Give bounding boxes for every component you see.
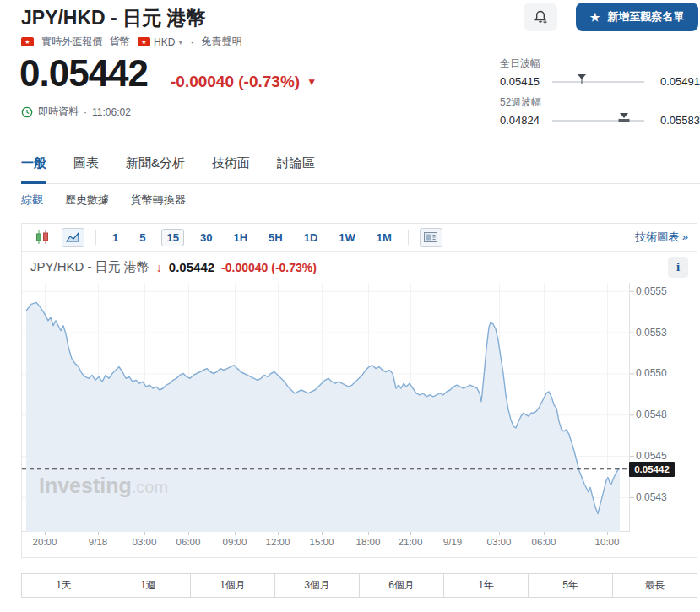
tab-discussion[interactable]: 討論區	[277, 155, 315, 183]
week52-range-marker-bar	[619, 119, 630, 122]
area-chart-icon	[66, 232, 80, 243]
candlestick-icon	[35, 230, 50, 244]
x-axis-label: 06:00	[524, 537, 564, 547]
disclaimer-link[interactable]: 免責聲明	[201, 35, 241, 49]
chart-layout-button[interactable]	[420, 228, 442, 247]
week52-range-label: 52週波幅	[500, 95, 700, 110]
tab-general[interactable]: 一般	[21, 155, 46, 184]
x-axis-label: 9/18	[78, 537, 118, 547]
x-axis-label: 18:00	[348, 537, 388, 547]
current-price-badge: 0.05442	[629, 462, 675, 477]
quote-currency-code: HKD	[154, 36, 175, 48]
x-axis-label: 15:00	[301, 537, 342, 547]
x-axis-label: 20:00	[24, 537, 65, 547]
main-tabs: 一般 圖表 新聞&分析 技術面 討論區	[21, 155, 700, 184]
candlestick-chart-button[interactable]	[30, 228, 53, 247]
chart-header: JPY/HKD - 日元 港幣 ↓ 0.05442 -0.00040 (-0.7…	[22, 252, 697, 283]
interval-1d[interactable]: 1D	[299, 229, 323, 246]
area-chart-button[interactable]	[62, 228, 84, 247]
quote-currency-dropdown[interactable]: ★ HKD ▾	[138, 36, 182, 48]
interval-1w[interactable]: 1W	[334, 229, 361, 246]
day-range-high: 0.05491	[653, 75, 700, 88]
x-axis-label: 09:00	[214, 537, 255, 547]
realtime-label: 即時資料	[38, 105, 79, 119]
instrument-meta-row: ★ 實時外匯報價 貨幣 ★ HKD ▾ · 免責聲明	[21, 35, 241, 49]
range-5y-button[interactable]: 5年	[528, 574, 612, 597]
range-6mo-button[interactable]: 6個月	[359, 574, 443, 597]
x-axis-label: 03:00	[124, 537, 165, 547]
subtab-historical-data[interactable]: 歷史數據	[65, 192, 109, 208]
bell-plus-icon	[533, 9, 549, 25]
subtab-currency-converter[interactable]: 貨幣轉換器	[131, 192, 186, 208]
subtab-overview[interactable]: 綜觀	[21, 192, 43, 208]
chart-price: 0.05442	[169, 260, 214, 274]
create-alert-button[interactable]	[524, 3, 557, 31]
day-range-marker-stem	[581, 78, 582, 84]
week52-range-row: 0.04824 0.05583	[500, 114, 700, 127]
range-1y-button[interactable]: 1年	[443, 574, 528, 597]
hk-flag-icon: ★	[138, 37, 150, 46]
sub-tabs: 綜觀 歷史數據 貨幣轉換器	[21, 192, 186, 208]
week52-range-low: 0.04824	[500, 114, 544, 127]
day-range-track	[552, 81, 644, 83]
interval-1mo[interactable]: 1M	[372, 229, 397, 246]
quote-time: 11:06:02	[92, 106, 131, 118]
range-1w-button[interactable]: 1週	[106, 574, 190, 597]
y-axis-label: 0.0543	[636, 491, 667, 503]
interval-1m[interactable]: 1	[107, 229, 123, 246]
news-layout-icon	[424, 232, 437, 242]
triangle-down-icon: ▼	[307, 76, 317, 88]
interval-5m[interactable]: 5	[134, 229, 150, 246]
investing-watermark: Investing.com	[39, 474, 168, 498]
watermark-bold: Investing	[39, 474, 132, 497]
interval-5h[interactable]: 5H	[263, 229, 288, 246]
y-axis-label: 0.0555	[636, 285, 667, 297]
toolbar-divider	[408, 230, 409, 245]
arrow-down-icon: ↓	[156, 261, 162, 274]
range-max-button[interactable]: 最長	[612, 574, 697, 597]
range-1mo-button[interactable]: 1個月	[190, 574, 274, 597]
interval-15m[interactable]: 15	[161, 229, 183, 246]
dot-separator: ·	[190, 36, 193, 48]
tab-chart[interactable]: 圖表	[73, 155, 99, 183]
technical-chart-link[interactable]: 技術圖表 »	[635, 230, 688, 245]
currency-type-label: 貨幣	[110, 35, 130, 49]
hk-flag-icon: ★	[21, 37, 34, 46]
price-chart-svg[interactable]	[22, 283, 635, 536]
chart-title: JPY/HKD - 日元 港幣	[30, 259, 149, 275]
price-change-value: -0.00040 (-0.73%)	[171, 73, 300, 91]
realtime-status-row: 即時資料 · 11:06:02	[21, 105, 131, 119]
info-button[interactable]: i	[668, 257, 688, 278]
add-to-watchlist-button[interactable]: ★ 新增至觀察名單	[576, 3, 698, 31]
tab-technical[interactable]: 技術面	[212, 155, 250, 183]
x-axis-label: 06:00	[168, 537, 209, 547]
week52-range-track	[552, 120, 644, 122]
week52-range-high: 0.05583	[653, 114, 700, 127]
chart-change: -0.00040 (-0.73%)	[221, 261, 317, 274]
chart-widget: 1 5 15 30 1H 5H 1D 1W 1M	[21, 223, 697, 558]
week52-range-marker-icon	[620, 113, 628, 118]
watchlist-button-label: 新增至觀察名單	[607, 9, 684, 24]
star-icon: ★	[590, 11, 600, 24]
y-axis-label: 0.0550	[636, 367, 667, 379]
range-3mo-button[interactable]: 3個月	[274, 574, 359, 597]
dot-separator: ·	[84, 106, 87, 118]
range-1d-button[interactable]: 1天	[22, 574, 106, 597]
interval-1h[interactable]: 1H	[228, 229, 252, 246]
tab-news-analysis[interactable]: 新聞&分析	[126, 155, 185, 183]
y-axis-label: 0.0553	[636, 327, 667, 338]
interval-30m[interactable]: 30	[195, 229, 217, 246]
price-change: -0.00040 (-0.73%) ▼	[171, 73, 317, 91]
y-axis-labels: 0.05550.05530.05500.05480.05450.0543	[636, 283, 686, 536]
chevron-down-icon: ▾	[178, 37, 182, 46]
watermark-rest: .com	[132, 478, 168, 496]
day-range-low: 0.05415	[500, 75, 544, 88]
plot-area: 0.05550.05530.05500.05480.05450.0543 0.0…	[22, 283, 697, 556]
x-axis-label: 10:00	[587, 537, 627, 547]
x-axis-label: 9/19	[432, 537, 473, 547]
toolbar-divider	[95, 230, 96, 245]
clock-icon	[21, 106, 33, 118]
current-price: 0.05442	[19, 52, 148, 95]
realtime-quotes-label: 實時外匯報價	[41, 35, 102, 49]
y-axis-label: 0.0545	[636, 450, 667, 462]
